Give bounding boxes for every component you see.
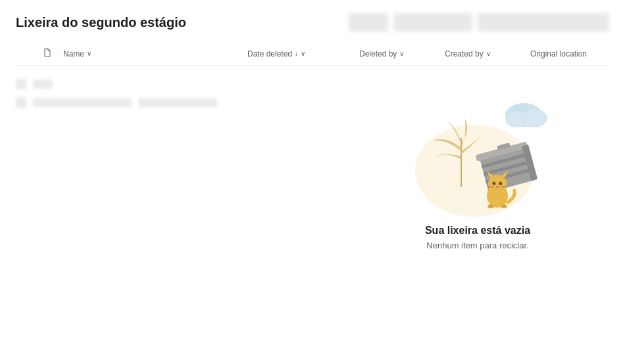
empty-state-subtitle: Nenhum item para reciclar. bbox=[426, 240, 528, 250]
col-created-by-header[interactable]: Created by ∨ bbox=[445, 49, 530, 58]
col-original-location-header: Original location bbox=[530, 49, 609, 58]
skeleton-label-2 bbox=[33, 98, 132, 107]
action-btn-2[interactable] bbox=[393, 13, 472, 32]
svg-point-18 bbox=[493, 182, 496, 185]
skeleton-label-2b bbox=[138, 98, 217, 107]
svg-point-28 bbox=[501, 204, 507, 208]
action-btn-3[interactable] bbox=[478, 13, 609, 32]
empty-state-illustration bbox=[405, 85, 550, 217]
page-title: Lixeira do segundo estágio bbox=[16, 15, 186, 30]
page-container: Lixeira do segundo estágio Name ∨ Date d… bbox=[0, 0, 625, 364]
svg-point-3 bbox=[505, 112, 526, 127]
svg-point-19 bbox=[499, 182, 503, 185]
skeleton-area bbox=[16, 79, 266, 116]
svg-point-22 bbox=[496, 186, 499, 188]
created-by-chevron-icon: ∨ bbox=[486, 50, 491, 57]
skeleton-icon-2 bbox=[16, 97, 26, 108]
column-header-row: Name ∨ Date deleted ↓ ∨ Deleted by ∨ Cre… bbox=[16, 42, 609, 66]
content-area: Sua lixeira está vazia Nenhum item para … bbox=[16, 66, 609, 364]
empty-state: Sua lixeira está vazia Nenhum item para … bbox=[386, 85, 570, 250]
deleted-by-chevron-icon: ∨ bbox=[399, 50, 404, 57]
col-deleted-by-header[interactable]: Deleted by ∨ bbox=[359, 49, 445, 58]
date-chevron-icon: ∨ bbox=[301, 50, 305, 57]
col-date-deleted-header[interactable]: Date deleted ↓ ∨ bbox=[247, 49, 359, 58]
svg-point-27 bbox=[488, 204, 494, 208]
name-chevron-icon: ∨ bbox=[87, 50, 91, 57]
top-actions bbox=[349, 13, 609, 32]
svg-point-13 bbox=[488, 175, 507, 193]
col-name-header[interactable]: Name ∨ bbox=[63, 49, 247, 58]
skeleton-row-1 bbox=[16, 79, 266, 89]
col-file-icon bbox=[42, 47, 58, 60]
top-bar: Lixeira do segundo estágio bbox=[16, 13, 609, 32]
skeleton-icon-1 bbox=[16, 79, 26, 89]
svg-point-20 bbox=[494, 182, 495, 183]
svg-point-21 bbox=[501, 182, 502, 183]
date-sort-icon: ↓ bbox=[295, 50, 298, 57]
empty-state-title: Sua lixeira está vazia bbox=[425, 225, 530, 237]
skeleton-row-2 bbox=[16, 97, 266, 108]
action-btn-1[interactable] bbox=[349, 13, 388, 32]
skeleton-label-1 bbox=[33, 80, 53, 89]
